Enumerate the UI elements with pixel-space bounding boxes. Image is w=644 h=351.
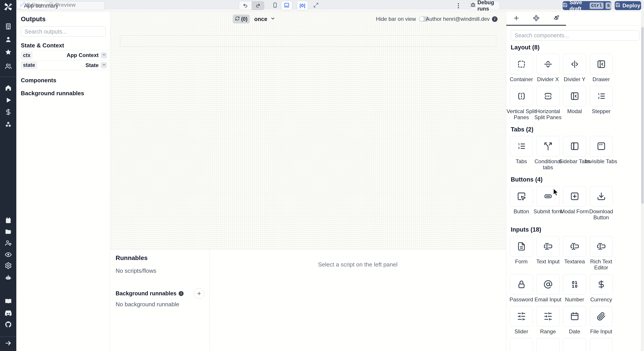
arrow-right-icon[interactable] [4,339,12,347]
redo-button[interactable] [252,1,264,10]
component-card-email-input[interactable]: Email Input [536,274,560,302]
hsplit-icon [536,86,560,106]
calendar-icon[interactable] [4,217,12,224]
info-icon[interactable]: i [179,291,184,296]
user-icon[interactable] [4,36,12,43]
hide-bar-label: Hide bar on view [376,16,416,22]
component-card-currency[interactable]: Currency [590,274,613,302]
scrollbar-thumb[interactable] [641,27,644,204]
calendar-icon [563,306,586,327]
component-card-download-button[interactable]: Download Button [590,186,613,220]
star-icon[interactable] [4,48,12,56]
app-summary-input[interactable] [20,1,105,10]
app-canvas[interactable]: (0) once Hide bar on view Author henri@w… [110,12,506,249]
ctx-row[interactable]: ctx App Context [16,50,110,60]
component-card-sidebar-tabs[interactable]: Sidebar Tabs [563,136,586,170]
windmill-logo[interactable] [3,2,13,12]
scrollbar-track[interactable] [641,12,644,351]
component-card-tabs[interactable]: 12Tabs [510,136,533,170]
more-menu-button[interactable]: ⋮ [455,1,462,10]
search-components-input[interactable] [511,30,640,40]
dollar-icon[interactable] [4,108,12,116]
svg-text:1: 1 [598,92,600,96]
home-icon[interactable] [4,84,12,92]
component-card-partial[interactable] [563,338,586,351]
building-icon[interactable] [4,22,12,30]
component-card-rich-text-editor[interactable]: Rich Text Editor [590,236,613,270]
component-card-container[interactable]: Container [510,54,533,82]
boules-icon[interactable] [4,121,12,128]
runnables-panel: Runnables No scripts/flows Background ru… [110,249,506,351]
center-align-button[interactable]: |0| [297,1,308,10]
chevron-down-icon[interactable] [101,62,107,68]
component-card-drawer[interactable]: Drawer [590,54,613,82]
download-icon [590,186,613,206]
layout-tools-group: |0| [297,1,321,10]
component-card-divider-x[interactable]: Divider X [536,54,560,82]
chevron-down-icon [270,16,275,22]
mobile-view-button[interactable] [270,1,280,10]
tab-styling[interactable] [546,12,566,26]
component-card-horizontal-split-panes[interactable]: Horizontal Split Panes [536,86,560,120]
canvas-drop-zone[interactable] [120,35,496,47]
square-pointer-icon [510,186,533,206]
discord-icon[interactable] [4,309,12,317]
save-draft-button[interactable]: Save draft Ctrl S [562,1,611,10]
tab-component-settings[interactable] [526,12,546,26]
deploy-button[interactable]: Deploy [615,1,641,10]
component-card-cutoff [536,338,560,351]
undo-icon [243,3,248,8]
interval-value: once [254,16,267,22]
undo-button[interactable] [239,1,252,10]
component-card-textarea[interactable]: Textarea [563,236,586,270]
component-card-button[interactable]: Button [510,186,533,220]
component-card-slider[interactable]: Slider [510,306,533,334]
state-key-badge: state [21,61,37,69]
play-icon[interactable] [4,96,12,104]
tab-insert-component[interactable] [506,12,526,26]
list-ordered-icon: 12 [510,136,533,156]
user-cog-icon[interactable] [4,239,12,247]
github-icon[interactable] [4,320,12,328]
component-card-partial[interactable] [510,338,533,351]
state-type-label: State [86,62,98,68]
component-card-password[interactable]: Password [510,274,533,302]
eye-icon[interactable] [4,251,12,258]
panel-close-icon [563,86,586,106]
component-card-number[interactable]: Number [563,274,586,302]
info-icon[interactable]: i [492,16,498,22]
debug-runs-button[interactable]: Debug runs [470,1,500,10]
folder-open-icon[interactable] [4,228,12,236]
desktop-view-button[interactable] [281,1,292,10]
center-align-icon: |0| [300,3,306,8]
chevron-down-icon [102,53,106,58]
expand-button[interactable] [310,1,321,10]
refresh-all-button[interactable]: (0) [233,14,250,24]
component-card-modal[interactable]: Modal [563,86,586,120]
component-card-invisible-tabs[interactable]: Invisible Tabs [590,136,613,170]
paperclip-icon [590,306,613,327]
component-card-divider-y[interactable]: Divider Y [563,54,586,82]
component-card-text-input[interactable]: Text Input [536,236,560,270]
component-card-file-input[interactable]: File Input [590,306,613,334]
state-row[interactable]: state State [16,60,110,70]
component-card-stepper[interactable]: 12Stepper [590,86,613,120]
refresh-interval-dropdown[interactable]: once [254,14,275,24]
users-icon[interactable] [4,62,12,70]
bug-icon [470,2,476,9]
component-card-date[interactable]: Date [563,306,586,334]
component-card-partial[interactable] [536,338,560,351]
lock-icon [510,274,533,295]
component-card-form[interactable]: Form [510,236,533,270]
component-card-partial[interactable] [590,338,613,351]
chevron-down-icon[interactable] [101,52,107,58]
settings-icon[interactable] [4,262,12,270]
component-card-modal-form[interactable]: Modal Form [563,186,586,220]
add-background-runnable-button[interactable]: + [194,288,204,299]
component-card-range[interactable]: Range [536,306,560,334]
component-card-vertical-split-panes[interactable]: Vertical Split Panes [510,86,533,120]
component-card-conditional-tabs[interactable]: Conditional tabs [536,136,560,170]
search-outputs-input[interactable] [21,26,106,37]
bot-icon[interactable] [4,274,12,282]
book-icon[interactable] [4,298,12,305]
